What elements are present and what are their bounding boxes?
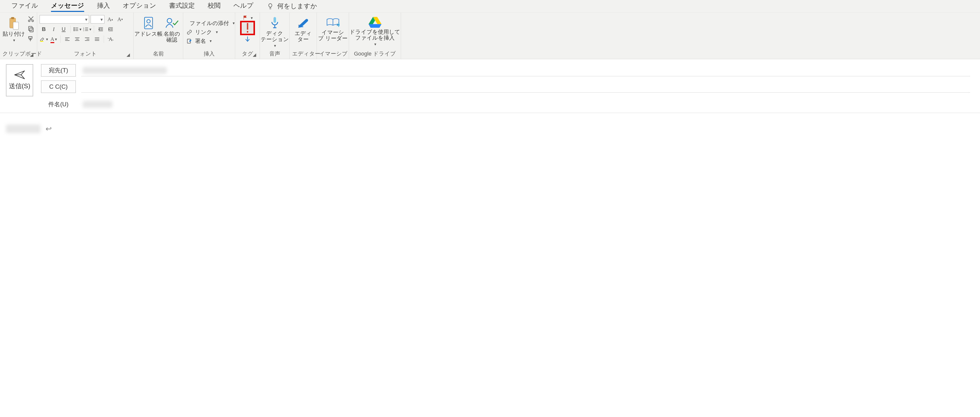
svg-rect-45 xyxy=(247,31,248,33)
paste-button[interactable]: 貼り付け ▾ xyxy=(3,15,25,44)
format-painter-icon[interactable] xyxy=(27,35,34,43)
check-names-label: 名前の 確認 xyxy=(164,31,180,43)
dialog-launcher-icon[interactable]: ◢ xyxy=(253,52,256,58)
group-font: A▴ A▾ B I U ▾ 123▾ xyxy=(37,13,134,59)
decrease-indent-button[interactable] xyxy=(97,25,105,34)
svg-point-42 xyxy=(167,18,172,23)
attach-file-button[interactable]: ファイルの添付▾ xyxy=(186,19,232,27)
immersive-reader-button[interactable]: イマーシ ブ リーダー xyxy=(319,15,346,42)
exclamation-icon xyxy=(245,23,250,33)
increase-indent-button[interactable] xyxy=(107,25,115,34)
align-left-button[interactable] xyxy=(63,35,72,43)
tab-help[interactable]: ヘルプ xyxy=(227,0,260,13)
compose-area: 送信(S) 宛先(T) C C(C) 件名(U) xyxy=(0,59,980,110)
ribbon-groups: 貼り付け ▾ クリップボード◢ A▴ A▾ xyxy=(0,13,980,59)
group-google-drive: ドライブを使用して ファイルを挿入▾ Google ドライブ xyxy=(349,13,401,59)
subject-value-redacted xyxy=(83,101,112,108)
check-names-button[interactable]: 名前の 確認 xyxy=(163,15,180,44)
dialog-launcher-icon[interactable]: ◢ xyxy=(126,52,130,58)
bullet-list-button[interactable]: ▾ xyxy=(73,25,81,34)
svg-rect-5 xyxy=(30,28,33,32)
link-icon xyxy=(187,29,192,35)
paragraph-mark: ↩ xyxy=(46,125,52,133)
body-text-redacted xyxy=(6,125,41,133)
follow-up-flag-button[interactable]: ▾ xyxy=(242,15,253,21)
tab-format[interactable]: 書式設定 xyxy=(162,0,201,13)
svg-point-11 xyxy=(73,30,74,31)
tab-insert[interactable]: 挿入 xyxy=(91,0,116,13)
to-button[interactable]: 宛先(T) xyxy=(41,64,76,77)
lightbulb-icon xyxy=(267,3,274,10)
check-names-icon xyxy=(165,16,179,30)
increase-font-icon[interactable]: A▴ xyxy=(106,15,115,24)
tell-me-label: 何をしますか xyxy=(277,2,317,10)
group-editor-label: エディター xyxy=(292,51,320,57)
to-value-redacted xyxy=(83,67,167,74)
immersive-reader-label: イマーシ ブ リーダー xyxy=(318,29,348,42)
svg-point-41 xyxy=(147,19,150,23)
cc-field[interactable] xyxy=(81,81,970,93)
drive-insert-button[interactable]: ドライブを使用して ファイルを挿入▾ xyxy=(352,15,398,48)
decrease-font-icon[interactable]: A▾ xyxy=(116,15,124,24)
dialog-launcher-icon[interactable]: ◢ xyxy=(30,52,33,58)
mic-icon xyxy=(270,16,280,29)
address-book-icon xyxy=(143,16,154,30)
tab-file[interactable]: ファイル xyxy=(5,0,45,13)
signature-icon xyxy=(187,38,192,44)
ribbon-tabs: ファイル メッセージ 挿入 オプション 書式設定 校閲 ヘルプ 何をしますか xyxy=(0,0,980,13)
font-color-button[interactable]: A▾ xyxy=(49,35,58,43)
svg-rect-1 xyxy=(11,17,14,19)
subject-label: 件名(U) xyxy=(41,101,76,108)
align-center-button[interactable] xyxy=(73,35,81,43)
group-immersive: イマーシ ブ リーダー イマーシブ xyxy=(317,13,349,59)
drive-insert-label: ドライブを使用して ファイルを挿入 xyxy=(350,29,400,41)
group-names: アドレス帳 名前の 確認 名前 xyxy=(134,13,183,59)
italic-button[interactable]: I xyxy=(49,25,58,34)
editor-button[interactable]: エディ ター xyxy=(293,15,313,43)
tell-me-search[interactable]: 何をしますか xyxy=(262,0,321,13)
group-voice: ディク テーション ▾ 音声 xyxy=(260,13,290,59)
font-name-combo[interactable] xyxy=(40,15,89,24)
copy-icon[interactable] xyxy=(27,25,34,33)
align-right-button[interactable] xyxy=(83,35,91,43)
bold-button[interactable]: B xyxy=(40,25,48,34)
flag-icon xyxy=(242,15,248,21)
high-importance-button[interactable] xyxy=(241,22,254,34)
address-book-label: アドレス帳 xyxy=(134,31,162,37)
cc-button[interactable]: C C(C) xyxy=(41,80,76,93)
signature-button[interactable]: 署名▾ xyxy=(186,37,232,45)
group-tags: ▾ タグ◢ xyxy=(235,13,260,59)
ribbon: ファイル メッセージ 挿入 オプション 書式設定 校閲 ヘルプ 何をしますか xyxy=(0,0,980,59)
svg-point-7 xyxy=(73,27,74,28)
font-size-combo[interactable] xyxy=(91,15,105,24)
low-importance-button[interactable] xyxy=(244,35,251,43)
send-button[interactable]: 送信(S) xyxy=(6,64,33,96)
attach-file-label: ファイルの添付 xyxy=(189,19,229,27)
tab-message[interactable]: メッセージ xyxy=(45,0,91,13)
subject-field[interactable] xyxy=(81,98,970,110)
dictate-button[interactable]: ディク テーション ▾ xyxy=(262,15,287,49)
group-names-label: 名前 xyxy=(153,51,164,57)
svg-point-9 xyxy=(73,29,74,30)
tab-review[interactable]: 校閲 xyxy=(201,0,227,13)
svg-rect-6 xyxy=(29,27,32,30)
google-drive-icon xyxy=(369,16,382,28)
chevron-down-icon: ▾ xyxy=(13,38,15,43)
cut-icon[interactable] xyxy=(27,15,34,23)
paste-icon xyxy=(8,16,19,30)
group-tags-label: タグ xyxy=(242,51,253,57)
clear-formatting-button[interactable]: A xyxy=(107,35,115,43)
editor-pen-icon xyxy=(297,16,309,29)
link-button[interactable]: リンク▾ xyxy=(186,28,232,37)
underline-button[interactable]: U xyxy=(59,25,68,34)
message-body[interactable]: ↩ xyxy=(0,113,980,133)
highlight-button[interactable]: ▾ xyxy=(40,35,48,43)
align-justify-button[interactable] xyxy=(93,35,101,43)
to-field[interactable] xyxy=(81,64,970,76)
number-list-button[interactable]: 123▾ xyxy=(83,25,91,34)
group-font-label: フォント xyxy=(74,51,97,57)
group-immersive-label: イマーシブ xyxy=(319,51,348,57)
tab-options[interactable]: オプション xyxy=(116,0,162,13)
immersive-reader-icon xyxy=(326,16,340,29)
address-book-button[interactable]: アドレス帳 xyxy=(136,15,161,38)
